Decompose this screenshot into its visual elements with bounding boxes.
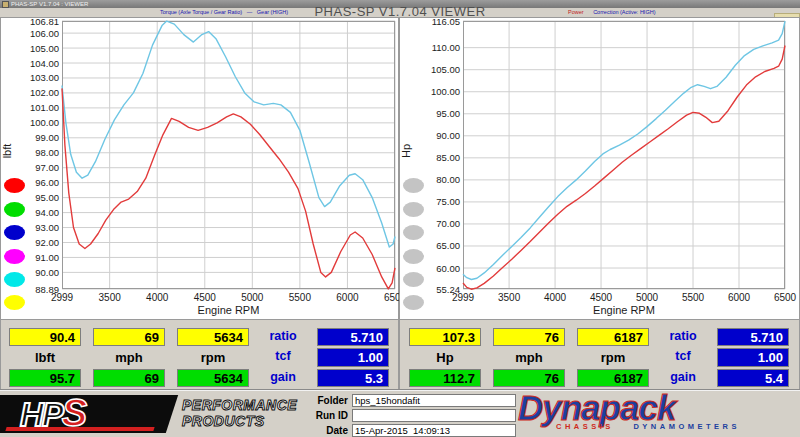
tcf-value-cell: 1.00 [317,348,389,367]
run-swatch-red[interactable] [4,178,25,193]
hp-unit-label: Hp [409,348,481,367]
ratio-value-cell: 5.710 [317,328,389,346]
peak-mph-cell: 69 [93,369,165,387]
dynapack-caption: CHASSIS DYNAMOMETERS [556,422,740,431]
run-id-label: Run ID [298,410,348,421]
peak-rpm-cell: 5634 [177,369,249,387]
rpm-unit-label: rpm [577,348,649,367]
curve-red [463,46,785,290]
power-data-table: 107.3 76 6187 ratio 5.710 Hp mph rpm tcf… [409,328,789,387]
x-tick-label: 5000 [230,292,274,303]
peak-torque-cell: 95.7 [9,369,81,387]
hps-logo-text: HPS [20,392,85,435]
dynapack-logo: Dynapack CHASSIS DYNAMOMETERS [518,388,794,428]
x-axis-title: Engine RPM [463,304,785,316]
cursor-hp-cell: 107.3 [409,328,481,346]
gain-label: gain [261,369,305,387]
run-swatch-gray[interactable] [403,178,424,193]
power-table-panel: 107.3 76 6187 ratio 5.710 Hp mph rpm tcf… [399,320,800,390]
x-tick-label: 2999 [441,292,485,303]
y-axis-title: lbft [1,131,13,171]
power-chart-panel: 116.05110.00105.00100.0095.0090.0085.008… [399,17,800,320]
x-tick-label: 4500 [183,292,227,303]
x-axis-title: Engine RPM [62,304,395,316]
power-mode-label: Power Correction (Active: HIGH) [568,9,655,15]
header-strip: PHAS-SP V1.7.04 VIEWER Torque (Axle Torq… [0,8,800,17]
run-swatch-blue[interactable] [4,225,25,240]
gear-mode-text: Gear (HIGH) [257,9,288,15]
y-tick-label: 106.81 [10,16,59,27]
hps-hp-letters: HP [20,396,62,433]
charts-region: 106.81106.00105.00104.00103.00102.00101.… [0,17,800,320]
y-axis-title: Hp [400,131,412,171]
plot-frame [464,22,785,289]
x-tick-label: 6000 [325,292,369,303]
footer-bar: HPS PERFORMANCE PRODUCTS Folder Run ID D… [0,390,800,437]
dynapack-caption-chassis: CHASSIS [556,422,614,431]
x-tick-label: 5500 [671,292,715,303]
x-tick-label: 4000 [135,292,179,303]
run-swatch-green[interactable] [4,202,25,217]
plot-area[interactable] [463,21,785,289]
y-tick-label: 100.00 [10,117,59,128]
x-tick-label: 6000 [717,292,761,303]
hps-tagline: PERFORMANCE PRODUCTS [182,397,297,429]
y-tick-label: 97.00 [10,162,59,173]
run-swatch-gray[interactable] [403,249,424,264]
run-swatch-yellow[interactable] [4,295,25,310]
curve-red [62,88,395,289]
run-info-fields: Folder Run ID Date [298,394,516,437]
date-input[interactable] [352,424,516,437]
x-tick-label: 6500 [763,292,800,303]
x-tick-label: 5000 [625,292,669,303]
date-label: Date [298,425,348,436]
x-tick-label: 4500 [579,292,623,303]
folder-label: Folder [298,395,348,406]
run-swatch-gray[interactable] [403,225,424,240]
tcf-value-cell: 1.00 [717,348,789,367]
peak-rpm-cell: 6187 [577,369,649,387]
gain-value-cell: 5.3 [317,369,389,387]
y-tick-label: 95.00 [411,108,460,119]
y-tick-label: 98.00 [10,147,59,158]
x-tick-label: 2999 [40,292,84,303]
viewer-window: PHAS-SP V1.7.04 : VIEWER PHAS-SP V1.7.04… [0,0,800,437]
torque-table-panel: 90.4 69 5634 ratio 5.710 lbft mph rpm tc… [0,320,399,390]
y-tick-label: 85.00 [411,152,460,163]
power-mode-text: Power [568,9,584,15]
torque-mode-text: Torque (Axle Torque / Gear Ratio) [160,9,242,15]
y-tick-label: 99.00 [10,132,59,143]
curve-cyan [463,21,785,279]
y-tick-label: 106.00 [10,28,59,39]
y-tick-label: 102.00 [10,87,59,98]
run-id-input[interactable] [352,409,516,422]
y-tick-label: 104.00 [10,58,59,69]
mph-unit-label: mph [93,348,165,367]
hps-s-letter: S [62,392,85,434]
y-tick-label: 103.00 [10,72,59,83]
hps-tagline-line1: PERFORMANCE [182,397,297,413]
ratio-label: ratio [261,328,305,346]
x-tick-label: 4000 [533,292,577,303]
run-swatch-magenta[interactable] [4,249,25,264]
ratio-label: ratio [661,328,705,346]
gain-label: gain [661,369,705,387]
curve-cyan [62,21,395,247]
cursor-mph-cell: 69 [93,328,165,346]
hps-tagline-line2: PRODUCTS [182,413,297,429]
cursor-mph-cell: 76 [493,328,565,346]
y-tick-label: 100.00 [411,86,460,97]
y-tick-label: 110.00 [411,42,460,53]
x-tick-label: 3500 [88,292,132,303]
run-swatch-gray[interactable] [403,295,424,310]
y-tick-label: 105.00 [411,64,460,75]
y-tick-label: 101.00 [10,102,59,113]
plot-area[interactable] [62,21,395,289]
torque-mode-label: Torque (Axle Torque / Gear Ratio) — Gear… [160,9,288,15]
cursor-rpm-cell: 5634 [177,328,249,346]
run-swatch-cyan[interactable] [4,272,25,287]
tcf-label: tcf [661,348,705,367]
run-swatch-gray[interactable] [403,202,424,217]
folder-input[interactable] [352,394,516,407]
run-swatch-gray[interactable] [403,272,424,287]
